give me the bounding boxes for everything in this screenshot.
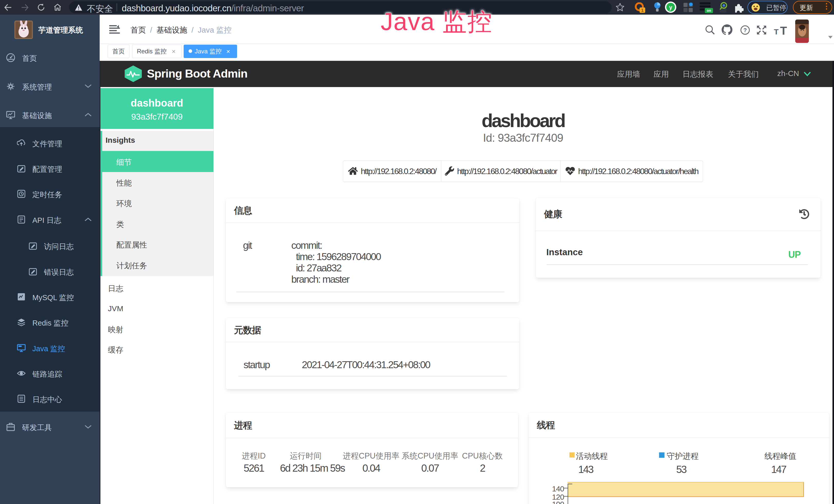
svg-text:1: 1: [641, 8, 643, 13]
svg-text:?: ?: [743, 27, 747, 33]
svg-text:on: on: [707, 8, 711, 13]
svg-text:y: y: [669, 4, 673, 10]
